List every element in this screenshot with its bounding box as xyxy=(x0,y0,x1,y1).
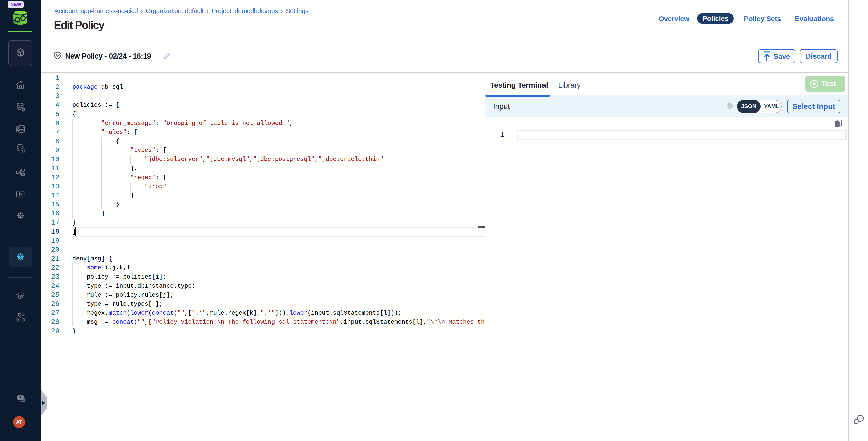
svg-text:?: ? xyxy=(19,395,21,400)
